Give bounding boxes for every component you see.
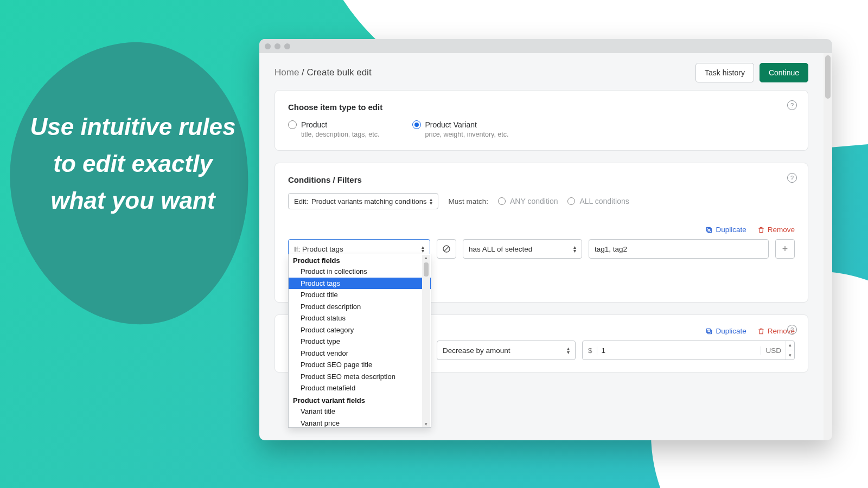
sort-icon: ▴▾: [567, 346, 570, 354]
radio-icon: [288, 120, 297, 129]
radio-variant-sub: price, weight, inventory, etc.: [425, 131, 509, 138]
radio-product-sub: title, description, tags, etc.: [301, 131, 380, 138]
window-titlebar: [259, 39, 832, 53]
edit-scope-value: Product variants matching conditions: [311, 197, 426, 206]
edit-value: 1: [597, 346, 761, 355]
dropdown-item[interactable]: Product vendor: [289, 348, 431, 359]
condition-operator-select[interactable]: has ALL of selected ▴▾: [463, 239, 582, 259]
duplicate-label: Duplicate: [716, 226, 746, 234]
duplicate-icon: [705, 328, 713, 335]
item-type-title: Choose item type to edit: [288, 102, 795, 112]
help-icon[interactable]: ?: [787, 325, 797, 335]
breadcrumb-sep: /: [302, 67, 307, 78]
currency-unit: USD: [761, 346, 786, 355]
duplicate-button[interactable]: Duplicate: [705, 226, 746, 234]
dropdown-item[interactable]: Product type: [289, 336, 431, 348]
help-icon[interactable]: ?: [787, 173, 797, 183]
edit-operator-select[interactable]: Decrease by amount ▴▾: [437, 341, 576, 360]
window-dot[interactable]: [275, 43, 280, 49]
radio-product[interactable]: Product: [288, 120, 380, 129]
radio-any[interactable]: ANY condition: [498, 197, 558, 206]
edit-prefix: Edit:: [294, 197, 308, 206]
dropdown-item[interactable]: Product SEO page title: [289, 359, 431, 371]
task-history-button[interactable]: Task history: [695, 63, 754, 82]
breadcrumb-current: Create bulk edit: [307, 67, 372, 78]
dropdown-item[interactable]: Variant title: [289, 406, 431, 418]
app-window: Home / Create bulk edit Task history Con…: [259, 39, 832, 440]
duplicate-label: Duplicate: [716, 327, 746, 335]
radio-icon: [412, 120, 421, 129]
trash-icon: [757, 328, 765, 335]
radio-all[interactable]: ALL conditions: [567, 197, 629, 206]
dropdown-scrollbar[interactable]: [422, 255, 430, 427]
dropdown-item[interactable]: Product tags: [289, 278, 431, 290]
duplicate-icon: [705, 226, 713, 234]
item-type-card: ? Choose item type to edit Product title…: [275, 90, 808, 151]
radio-any-label: ANY condition: [510, 197, 558, 206]
if-value: Product tags: [302, 245, 343, 253]
add-condition-button[interactable]: +: [775, 239, 795, 259]
negate-button[interactable]: [437, 239, 456, 259]
dropdown-group-header: Product variant fields: [289, 394, 431, 406]
radio-icon: [567, 197, 575, 205]
dropdown-item[interactable]: Product title: [289, 289, 431, 301]
sort-icon: ▴▾: [430, 197, 432, 205]
currency-symbol: $: [583, 346, 597, 355]
duplicate-button[interactable]: Duplicate: [705, 327, 746, 335]
topbar: Home / Create bulk edit Task history Con…: [275, 53, 808, 90]
dropdown-group-header: Product fields: [289, 254, 431, 266]
dropdown-item[interactable]: Product category: [289, 324, 431, 336]
svg-rect-0: [708, 228, 712, 232]
condition-value: tag1, tag2: [595, 245, 627, 253]
dropdown-item[interactable]: Product status: [289, 312, 431, 324]
remove-label: Remove: [768, 226, 795, 234]
breadcrumb: Home / Create bulk edit: [275, 67, 372, 78]
value-stepper[interactable]: ▴ ▾: [786, 341, 794, 360]
help-icon[interactable]: ?: [787, 100, 797, 110]
marketing-headline: Use intuitive rules to edit exactly what…: [27, 108, 239, 220]
dropdown-item[interactable]: Product SEO meta description: [289, 371, 431, 383]
radio-product-label: Product: [301, 120, 327, 129]
if-prefix: If:: [294, 245, 300, 253]
radio-variant-label: Product Variant: [425, 120, 477, 129]
radio-all-label: ALL conditions: [579, 197, 629, 206]
dropdown-item[interactable]: Product in collections: [289, 266, 431, 278]
sort-icon: ▴▾: [573, 245, 576, 253]
sort-icon: ▴▾: [422, 245, 424, 253]
edit-value-input[interactable]: $ 1 USD ▴ ▾: [582, 341, 795, 360]
must-match-label: Must match:: [448, 197, 488, 206]
window-dot[interactable]: [265, 43, 271, 49]
operator-value: has ALL of selected: [469, 245, 532, 253]
step-down-icon[interactable]: ▾: [786, 350, 794, 360]
conditions-card: ? Conditions / Filters Edit: Product var…: [275, 163, 808, 303]
svg-rect-5: [707, 329, 711, 332]
breadcrumb-home[interactable]: Home: [275, 67, 299, 78]
dropdown-item[interactable]: Product metafield: [289, 382, 431, 394]
svg-rect-1: [707, 227, 711, 231]
trash-icon: [757, 226, 765, 234]
page-scrollbar[interactable]: [824, 53, 832, 440]
remove-button[interactable]: Remove: [757, 226, 795, 234]
dropdown-item[interactable]: Product description: [289, 301, 431, 313]
radio-variant[interactable]: Product Variant: [412, 120, 509, 129]
step-up-icon[interactable]: ▴: [786, 341, 794, 350]
conditions-title: Conditions / Filters: [288, 175, 795, 184]
edit-scope-select[interactable]: Edit: Product variants matching conditio…: [288, 193, 438, 209]
edit-operator-value: Decrease by amount: [443, 346, 510, 355]
radio-icon: [498, 197, 506, 205]
window-dot[interactable]: [284, 43, 290, 49]
svg-line-3: [444, 246, 449, 251]
svg-rect-4: [708, 330, 712, 333]
field-dropdown[interactable]: Product fieldsProduct in collectionsProd…: [288, 254, 431, 428]
dropdown-item[interactable]: Variant price: [289, 418, 431, 428]
continue-button[interactable]: Continue: [760, 63, 808, 82]
prohibit-icon: [442, 245, 451, 253]
condition-value-input[interactable]: tag1, tag2: [589, 239, 769, 259]
